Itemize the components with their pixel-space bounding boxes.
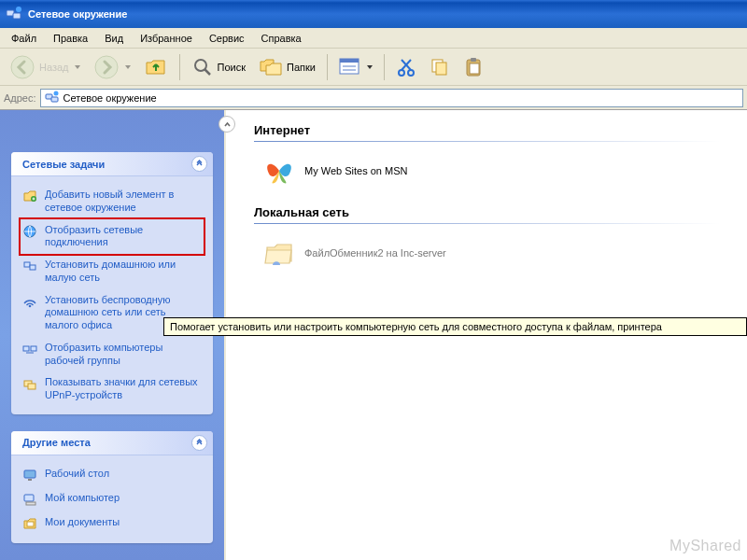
address-field[interactable]: Сетевое окружение — [40, 89, 743, 107]
wireless-icon — [22, 294, 37, 309]
watermark: MyShared — [669, 538, 741, 554]
back-label: Назад — [39, 62, 69, 73]
menu-help[interactable]: Справка — [254, 31, 309, 46]
up-button[interactable] — [140, 53, 172, 81]
svg-point-22 — [53, 91, 58, 95]
task-show-workgroup[interactable]: Отобразить компьютеры рабочей группы — [21, 337, 204, 372]
network-tasks-panel: Сетевые задачи Добавить новый элемент в … — [11, 152, 213, 414]
chevron-down-icon — [75, 65, 80, 69]
add-place-icon — [22, 189, 37, 203]
svg-rect-32 — [28, 384, 35, 389]
place-mydocs[interactable]: Мои документы — [21, 511, 204, 536]
svg-rect-25 — [24, 262, 30, 267]
folders-button[interactable]: Папки — [255, 54, 319, 80]
menu-edit[interactable]: Правка — [46, 31, 95, 46]
msn-butterfly-icon — [263, 155, 295, 187]
svg-rect-34 — [28, 479, 32, 481]
menu-view[interactable]: Вид — [97, 31, 131, 46]
search-icon — [191, 56, 214, 78]
svg-rect-1 — [13, 13, 21, 19]
address-bar: Адрес: Сетевое окружение — [0, 86, 747, 110]
desktop-icon — [22, 468, 37, 483]
search-label: Поиск — [218, 62, 246, 73]
toolbar-separator — [179, 54, 180, 80]
svg-rect-21 — [51, 97, 58, 102]
window-title: Сетевое окружение — [28, 8, 127, 20]
back-button[interactable]: Назад — [6, 52, 84, 82]
computer-icon — [22, 492, 37, 507]
address-label: Адрес: — [4, 92, 36, 104]
svg-point-4 — [95, 56, 118, 78]
chevron-down-icon — [125, 65, 131, 69]
toolbar-separator — [327, 54, 328, 80]
chevron-down-icon — [367, 65, 373, 69]
network-tasks-header[interactable]: Сетевые задачи — [11, 152, 213, 176]
cut-button[interactable] — [392, 55, 420, 79]
views-icon — [339, 57, 361, 77]
other-places-header[interactable]: Другие места — [11, 431, 213, 455]
group-separator — [254, 141, 720, 142]
item-msn[interactable]: My Web Sites on MSN — [241, 151, 747, 190]
network-icon — [6, 6, 22, 22]
place-desktop[interactable]: Рабочий стол — [21, 463, 204, 487]
back-icon — [9, 54, 35, 80]
task-show-connections[interactable]: Отобразить сетевые подключения — [21, 219, 204, 255]
scissors-icon — [396, 57, 416, 77]
svg-rect-33 — [24, 470, 35, 478]
pane-toggle[interactable] — [218, 116, 235, 133]
upnp-icon — [22, 376, 37, 391]
group-header: Интернет — [241, 119, 747, 139]
share-folder-icon — [263, 237, 295, 269]
folders-label: Папки — [287, 62, 316, 73]
item-label: My Web Sites on MSN — [304, 165, 407, 176]
address-value: Сетевое окружение — [63, 92, 157, 104]
folder-up-icon — [144, 55, 168, 79]
task-label: Показывать значки для сетевых UPnP-устро… — [45, 376, 202, 402]
window-titlebar: Сетевое окружение — [0, 0, 747, 28]
network-wizard-icon — [22, 259, 37, 273]
network-places-icon — [45, 91, 60, 105]
folders-icon — [259, 56, 283, 78]
toolbar-separator — [384, 54, 385, 80]
task-label: Отобразить сетевые подключения — [45, 224, 202, 250]
panel-title: Сетевые задачи — [22, 159, 105, 170]
task-label: Добавить новый элемент в сетевое окружен… — [45, 189, 202, 215]
paste-button[interactable] — [459, 55, 487, 79]
collapse-icon[interactable] — [191, 435, 207, 451]
svg-rect-35 — [24, 495, 34, 501]
menu-file[interactable]: Файл — [4, 31, 44, 46]
task-add-network-place[interactable]: Добавить новый элемент в сетевое окружен… — [21, 184, 204, 219]
svg-point-12 — [408, 70, 414, 76]
copy-icon — [430, 57, 450, 77]
place-mycomputer[interactable]: Мой компьютер — [21, 487, 204, 511]
item-fileshare[interactable]: ФайлОбменник2 на Inc-server — [241, 233, 747, 273]
documents-icon — [22, 516, 37, 531]
svg-point-3 — [11, 56, 34, 78]
menu-bar: Файл Правка Вид Избранное Сервис Справка — [0, 28, 747, 49]
task-upnp-icons[interactable]: Показывать значки для сетевых UPnP-устро… — [21, 371, 204, 407]
other-places-panel: Другие места Рабочий стол Мой компьютер … — [11, 431, 213, 543]
task-label: Рабочий стол — [45, 468, 109, 481]
svg-rect-29 — [31, 346, 36, 351]
task-setup-home-net[interactable]: Установить домашнюю или малую сеть — [21, 254, 204, 289]
forward-button[interactable] — [90, 52, 134, 82]
task-label: Мои документы — [45, 516, 120, 529]
menu-favorites[interactable]: Избранное — [133, 31, 200, 46]
copy-button[interactable] — [426, 55, 454, 79]
task-label: Мой компьютер — [45, 492, 120, 505]
views-button[interactable] — [335, 55, 376, 79]
search-button[interactable]: Поиск — [188, 54, 249, 80]
svg-point-2 — [16, 7, 21, 12]
group-separator — [254, 223, 720, 224]
connections-icon — [22, 224, 37, 239]
group-internet: Интернет My Web Sites on MSN — [241, 119, 747, 190]
paste-icon — [463, 57, 484, 77]
forward-icon — [93, 54, 120, 80]
collapse-icon[interactable] — [191, 156, 207, 172]
tooltip: Помогает установить или настроить компью… — [163, 317, 747, 336]
toolbar: Назад Поиск Папки — [0, 49, 747, 86]
svg-point-11 — [399, 70, 404, 76]
menu-tools[interactable]: Сервис — [202, 31, 252, 46]
svg-rect-16 — [436, 63, 446, 75]
item-label: ФайлОбменник2 на Inc-server — [304, 247, 446, 259]
